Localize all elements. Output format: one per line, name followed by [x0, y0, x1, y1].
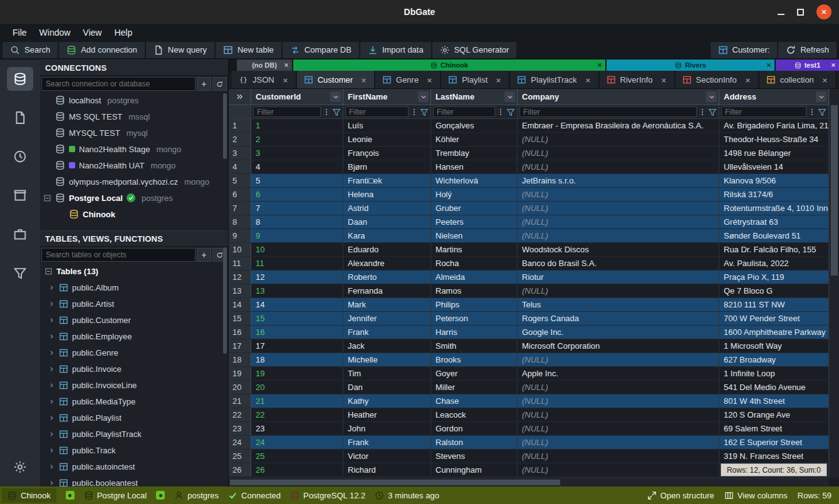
tab-customer[interactable]: Customer: [297, 71, 375, 88]
menu-view[interactable]: View: [76, 26, 108, 39]
table-public-employee[interactable]: public.Employee: [40, 328, 228, 344]
grid-row-1[interactable]: 11LuísGonçalvesEmbraer - Empresa Brasile…: [229, 119, 829, 133]
cell-lastname[interactable]: Smith: [431, 339, 518, 352]
cell-address[interactable]: Theodor-Heuss-Straße 34: [719, 133, 829, 146]
cell-address[interactable]: Ullevålsveien 14: [719, 160, 829, 173]
cell-company[interactable]: JetBrains s.r.o.: [518, 174, 719, 187]
toolbar-compare-db[interactable]: Compare DB: [283, 42, 359, 58]
row-number[interactable]: 23: [229, 422, 251, 435]
cell-lastname[interactable]: Tremblay: [431, 147, 518, 160]
cell-lastname[interactable]: Ralston: [431, 436, 518, 449]
cell-firstname[interactable]: Michelle: [343, 353, 431, 366]
sidebar-archive-button[interactable]: [7, 183, 33, 207]
cell-firstname[interactable]: Daan: [343, 215, 431, 229]
cell-company[interactable]: (NULL): [518, 284, 719, 297]
table-public-genre[interactable]: public.Genre: [40, 344, 228, 361]
row-number[interactable]: 19: [229, 367, 251, 380]
grid-row-12[interactable]: 1212RobertoAlmeidaRioturPraça Pio X, 119: [229, 270, 829, 284]
close-icon[interactable]: [830, 62, 836, 68]
table-public-invoiceline[interactable]: public.InvoiceLine: [40, 377, 228, 393]
tab-playlist[interactable]: Playlist: [441, 71, 510, 88]
status-rows-59[interactable]: Rows: 59: [798, 491, 831, 500]
cell-address[interactable]: 541 Del Medio Avenue: [719, 381, 829, 394]
cell-lastname[interactable]: Brooks: [431, 353, 518, 366]
cell-company[interactable]: (NULL): [518, 408, 719, 421]
cell-company[interactable]: (NULL): [518, 436, 719, 449]
tables-group-header[interactable]: Tables (13): [40, 263, 228, 279]
grid-row-5[interactable]: 55Franti□ekWichterlováJetBrains s.r.o.Kl…: [229, 174, 829, 188]
status-postgre-local[interactable]: Postgre Local: [84, 491, 147, 500]
tab-riverinfo[interactable]: RiverInfo: [600, 71, 675, 88]
cell-firstname[interactable]: Helena: [343, 188, 431, 201]
cell-customerid[interactable]: 24: [251, 436, 343, 449]
titlebar[interactable]: DbGate: [0, 0, 839, 24]
toolbar-refresh[interactable]: Refresh: [778, 42, 836, 58]
table-public-album[interactable]: public.Album: [40, 279, 228, 296]
cell-company[interactable]: (NULL): [518, 422, 719, 435]
column-menu-icon[interactable]: [504, 91, 515, 102]
row-number[interactable]: 14: [229, 298, 251, 311]
cell-address[interactable]: 1600 Amphitheatre Parkway: [719, 326, 829, 339]
grid-row-14[interactable]: 1414MarkPhilipsTelus8210 111 ST NW: [229, 298, 829, 312]
status-3-minutes-ago[interactable]: 3 minutes ago: [375, 491, 439, 500]
close-icon[interactable]: [744, 76, 751, 83]
cell-firstname[interactable]: Franti□ek: [343, 174, 431, 187]
cell-company[interactable]: Banco do Brasil S.A.: [518, 257, 719, 270]
cell-address[interactable]: Sønder Boulevard 51: [719, 229, 829, 242]
tab-collection[interactable]: collection: [759, 71, 836, 88]
row-number[interactable]: 21: [229, 394, 251, 408]
close-button[interactable]: [816, 4, 831, 19]
dbgroup-tab-test1[interactable]: test1: [776, 59, 839, 71]
cell-lastname[interactable]: Martins: [431, 243, 518, 256]
cell-lastname[interactable]: Peterson: [431, 312, 518, 325]
connection-olympus-medportal-vychozi-cz[interactable]: olympus-medportal.vychozi.czmongo: [40, 173, 228, 190]
cell-customerid[interactable]: 4: [251, 160, 343, 173]
filter-input-address[interactable]: [721, 106, 806, 117]
connection-mysql-test[interactable]: MYSQL TESTmysql: [40, 125, 228, 141]
close-icon[interactable]: [495, 76, 502, 83]
cell-lastname[interactable]: Hansen: [431, 160, 518, 173]
cell-firstname[interactable]: Astrid: [343, 202, 431, 215]
cell-lastname[interactable]: Nielsen: [431, 229, 518, 242]
status-chinook[interactable]: Chinook: [2, 488, 56, 503]
table-public-artist[interactable]: public.Artist: [40, 296, 228, 312]
cell-firstname[interactable]: Frank: [343, 436, 431, 449]
row-number[interactable]: 18: [229, 353, 251, 366]
connection-postgre-local[interactable]: Postgre Localpostgres: [40, 190, 228, 206]
minimize-button[interactable]: [778, 14, 784, 15]
close-icon[interactable]: [282, 76, 289, 83]
cell-customerid[interactable]: 2: [251, 133, 343, 146]
cell-address[interactable]: Rilská 3174/6: [719, 188, 829, 201]
row-number[interactable]: 11: [229, 257, 251, 270]
cell-customerid[interactable]: 25: [251, 450, 343, 463]
table-public-playlist[interactable]: public.Playlist: [40, 409, 228, 426]
column-header-firstname[interactable]: FirstName: [343, 89, 431, 105]
cell-customerid[interactable]: 14: [251, 298, 343, 311]
menu-file[interactable]: File: [6, 26, 33, 39]
connection-chinook[interactable]: Chinook: [40, 206, 228, 222]
cell-address[interactable]: Rotenturmstraße 4, 1010 Innere Stadt: [719, 202, 829, 215]
grid-horizontal-scrollbar[interactable]: [229, 478, 829, 486]
row-number[interactable]: 22: [229, 408, 251, 421]
cell-customerid[interactable]: 1: [251, 119, 343, 132]
sidebar-history-button[interactable]: [7, 145, 33, 168]
table-public-autoinctest[interactable]: public.autoinctest: [40, 458, 228, 475]
grid-row-7[interactable]: 77AstridGruber(NULL)Rotenturmstraße 4, 1…: [229, 202, 829, 215]
cell-address[interactable]: Rua Dr. Falcão Filho, 155: [719, 243, 829, 256]
cell-company[interactable]: Apple Inc.: [518, 367, 719, 380]
toolbar-new-table[interactable]: New table: [216, 42, 281, 58]
connection-nano2health-uat[interactable]: Nano2Health UATmongo: [40, 157, 228, 173]
sidebar-filters-button[interactable]: [7, 261, 33, 285]
close-icon[interactable]: [283, 62, 289, 68]
sidebar-settings-button[interactable]: [7, 455, 33, 479]
cell-company[interactable]: Riotur: [518, 270, 719, 284]
tables-search-input[interactable]: [41, 248, 195, 262]
cell-customerid[interactable]: 19: [251, 367, 343, 380]
row-number[interactable]: 10: [229, 243, 251, 256]
filter-menu-icon[interactable]: [496, 108, 505, 116]
grid-row-11[interactable]: 1111AlexandreRochaBanco do Brasil S.A.Av…: [229, 257, 829, 270]
row-number[interactable]: 16: [229, 326, 251, 339]
cell-company[interactable]: (NULL): [518, 147, 719, 160]
cell-address[interactable]: 1 Microsoft Way: [719, 339, 829, 352]
cell-customerid[interactable]: 3: [251, 147, 343, 160]
